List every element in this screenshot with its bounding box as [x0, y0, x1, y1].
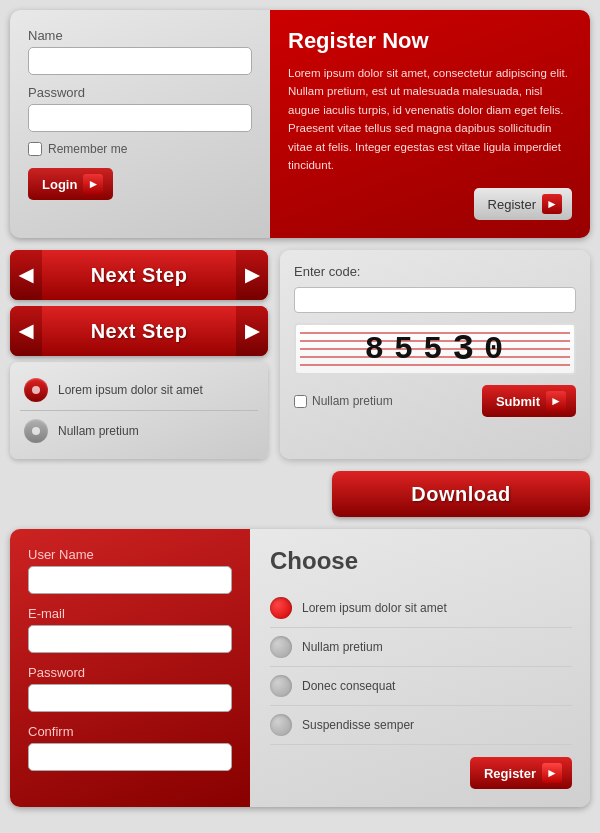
ns-right-arrow-1: ▶ — [236, 250, 268, 300]
password-input[interactable] — [28, 104, 252, 132]
next-step-button-1[interactable]: ◀ Next Step ▶ — [10, 250, 268, 300]
choose-title: Choose — [270, 547, 572, 575]
remember-checkbox[interactable] — [28, 142, 42, 156]
radio-list: Lorem ipsum dolor sit amet Nullam pretiu… — [10, 362, 268, 459]
register-title: Register Now — [288, 28, 572, 54]
email-input[interactable] — [28, 625, 232, 653]
register-arrow-icon: ► — [542, 194, 562, 214]
ns-right-arrow-2: ▶ — [236, 306, 268, 356]
captcha-image: 8 5 5 3 0 — [294, 323, 576, 375]
submit-check: Nullam pretium — [294, 394, 474, 408]
email-label: E-mail — [28, 606, 232, 621]
register-body: Lorem ipsum dolor sit amet, consectetur … — [288, 64, 572, 174]
radio-item-1[interactable]: Lorem ipsum dolor sit amet — [20, 370, 258, 411]
choose-item-2[interactable]: Nullam pretium — [270, 628, 572, 667]
reg-form-panel: User Name E-mail Password Confirm — [10, 529, 250, 807]
choose-item-3[interactable]: Donec consequat — [270, 667, 572, 706]
choose-radio-4 — [270, 714, 292, 736]
reg-password-input[interactable] — [28, 684, 232, 712]
username-input[interactable] — [28, 566, 232, 594]
choose-footer: Register ► — [270, 757, 572, 789]
submit-row: Nullam pretium Submit ► — [294, 385, 576, 417]
choose-item-4[interactable]: Suspendisse semper — [270, 706, 572, 745]
choose-register-button[interactable]: Register ► — [470, 757, 572, 789]
radio-icon-2 — [24, 419, 48, 443]
choose-text-1: Lorem ipsum dolor sit amet — [302, 601, 447, 615]
register-button[interactable]: Register ► — [474, 188, 572, 220]
captcha-digits: 8 5 5 3 0 — [365, 329, 505, 370]
submit-button[interactable]: Submit ► — [482, 385, 576, 417]
choose-register-arrow-icon: ► — [542, 763, 562, 783]
choose-radio-1 — [270, 597, 292, 619]
username-label: User Name — [28, 547, 232, 562]
login-arrow-icon: ► — [83, 174, 103, 194]
submit-check-label: Nullam pretium — [312, 394, 393, 408]
ns-label-2: Next Step — [91, 320, 188, 343]
download-button[interactable]: Download — [332, 471, 590, 517]
ns-label-1: Next Step — [91, 264, 188, 287]
captcha-label: Enter code: — [294, 264, 576, 279]
name-label: Name — [28, 28, 252, 43]
submit-checkbox[interactable] — [294, 395, 307, 408]
radio-text-2: Nullam pretium — [58, 424, 139, 438]
choose-text-2: Nullam pretium — [302, 640, 383, 654]
reg-password-label: Password — [28, 665, 232, 680]
submit-arrow-icon: ► — [546, 391, 566, 411]
choose-radio-2 — [270, 636, 292, 658]
radio-icon-1 — [24, 378, 48, 402]
choose-panel: Choose Lorem ipsum dolor sit amet Nullam… — [250, 529, 590, 807]
password-label: Password — [28, 85, 252, 100]
login-button[interactable]: Login ► — [28, 168, 113, 200]
login-register-section: Name Password Remember me Login ► Regist… — [10, 10, 590, 238]
nextstep-left: ◀ Next Step ▶ ◀ Next Step ▶ Lorem ipsum … — [10, 250, 268, 459]
confirm-label: Confirm — [28, 724, 232, 739]
choose-item-1[interactable]: Lorem ipsum dolor sit amet — [270, 589, 572, 628]
download-wrapper: Download — [10, 471, 590, 517]
choose-text-3: Donec consequat — [302, 679, 395, 693]
next-step-button-2[interactable]: ◀ Next Step ▶ — [10, 306, 268, 356]
ns-left-arrow-2: ◀ — [10, 306, 42, 356]
remember-label: Remember me — [48, 142, 127, 156]
register-footer: Register ► — [288, 188, 572, 220]
radio-item-2[interactable]: Nullam pretium — [20, 411, 258, 451]
register-choose-section: User Name E-mail Password Confirm Choose… — [10, 529, 590, 807]
radio-text-1: Lorem ipsum dolor sit amet — [58, 383, 203, 397]
confirm-input[interactable] — [28, 743, 232, 771]
captcha-input[interactable] — [294, 287, 576, 313]
name-input[interactable] — [28, 47, 252, 75]
choose-radio-3 — [270, 675, 292, 697]
nextstep-captcha-section: ◀ Next Step ▶ ◀ Next Step ▶ Lorem ipsum … — [10, 250, 590, 459]
login-panel: Name Password Remember me Login ► — [10, 10, 270, 238]
captcha-panel: Enter code: 8 5 5 3 0 Nullam pretium — [280, 250, 590, 459]
remember-row: Remember me — [28, 142, 252, 156]
register-panel: Register Now Lorem ipsum dolor sit amet,… — [270, 10, 590, 238]
ns-left-arrow-1: ◀ — [10, 250, 42, 300]
login-bottom-row: Login ► — [28, 168, 252, 200]
choose-text-4: Suspendisse semper — [302, 718, 414, 732]
